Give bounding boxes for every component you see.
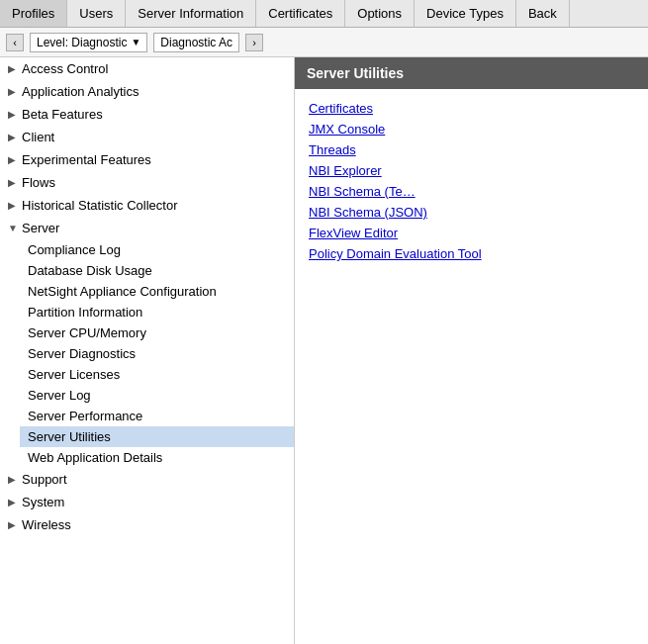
nav-server-information[interactable]: Server Information [126, 0, 256, 27]
link-nbi-schema-json[interactable]: NBI Schema (JSON) [309, 203, 634, 222]
link-flexview-editor[interactable]: FlexView Editor [309, 224, 634, 242]
diagnostic-label: Diagnostic Ac [153, 33, 239, 52]
sidebar: ▶ Access Control ▶ Application Analytics… [0, 57, 295, 644]
sidebar-item-access-control[interactable]: ▶ Access Control [0, 57, 294, 80]
nav-options[interactable]: Options [345, 0, 415, 27]
right-panel-title: Server Utilities [295, 57, 648, 89]
dropdown-arrow-icon: ▼ [131, 37, 140, 47]
expand-icon-support: ▶ [8, 474, 18, 485]
left-arrow-button[interactable]: ‹ [6, 34, 24, 51]
expand-icon-beta-features: ▶ [8, 109, 18, 120]
right-arrow-button[interactable]: › [245, 34, 263, 51]
expand-icon-server: ▼ [8, 223, 18, 233]
nav-certificates[interactable]: Certificates [256, 0, 345, 27]
sidebar-item-server-performance[interactable]: Server Performance [20, 406, 294, 426]
right-panel: Server Utilities Certificates JMX Consol… [295, 57, 648, 644]
expand-icon-client: ▶ [8, 132, 18, 142]
level-dropdown[interactable]: Level: Diagnostic ▼ [30, 33, 147, 52]
sidebar-item-system[interactable]: ▶ System [0, 491, 294, 513]
sidebar-item-web-application-details[interactable]: Web Application Details [20, 447, 294, 468]
expand-icon-application-analytics: ▶ [8, 86, 18, 97]
main-layout: ▶ Access Control ▶ Application Analytics… [0, 57, 648, 644]
link-nbi-explorer[interactable]: NBI Explorer [309, 161, 634, 180]
sidebar-item-server-utilities[interactable]: Server Utilities [20, 426, 294, 447]
sidebar-item-server-cpu-memory[interactable]: Server CPU/Memory [20, 322, 294, 343]
link-policy-domain-evaluation-tool[interactable]: Policy Domain Evaluation Tool [309, 244, 634, 263]
sidebar-item-wireless[interactable]: ▶ Wireless [0, 513, 294, 536]
sidebar-item-experimental-features[interactable]: ▶ Experimental Features [0, 148, 294, 171]
sidebar-item-application-analytics[interactable]: ▶ Application Analytics [0, 80, 294, 103]
expand-icon-experimental-features: ▶ [8, 154, 18, 165]
sidebar-item-server-licenses[interactable]: Server Licenses [20, 364, 294, 385]
right-panel-content: Certificates JMX Console Threads NBI Exp… [295, 89, 648, 273]
sidebar-item-historical-statistic-collector[interactable]: ▶ Historical Statistic Collector [0, 194, 294, 217]
link-certificates[interactable]: Certificates [309, 99, 634, 118]
top-nav: Profiles Users Server Information Certif… [0, 0, 648, 28]
sidebar-item-server-log[interactable]: Server Log [20, 385, 294, 406]
nav-back[interactable]: Back [516, 0, 570, 27]
sidebar-item-support[interactable]: ▶ Support [0, 468, 294, 491]
level-label: Level: Diagnostic [37, 36, 127, 49]
expand-icon-flows: ▶ [8, 177, 18, 188]
sidebar-group-main: ▶ Access Control ▶ Application Analytics… [0, 57, 294, 536]
server-children: Compliance Log Database Disk Usage NetSi… [0, 239, 294, 468]
sidebar-item-flows[interactable]: ▶ Flows [0, 171, 294, 194]
expand-icon-wireless: ▶ [8, 519, 18, 530]
sidebar-item-netsight-appliance-configuration[interactable]: NetSight Appliance Configuration [20, 281, 294, 302]
sidebar-item-server-diagnostics[interactable]: Server Diagnostics [20, 343, 294, 364]
sidebar-item-compliance-log[interactable]: Compliance Log [20, 239, 294, 260]
link-jmx-console[interactable]: JMX Console [309, 120, 634, 138]
nav-users[interactable]: Users [67, 0, 126, 27]
link-nbi-schema-te[interactable]: NBI Schema (Te… [309, 182, 634, 201]
expand-icon-access-control: ▶ [8, 63, 18, 74]
sidebar-item-client[interactable]: ▶ Client [0, 126, 294, 148]
nav-device-types[interactable]: Device Types [415, 0, 516, 27]
sidebar-item-server[interactable]: ▼ Server [0, 217, 294, 239]
expand-icon-historical-statistic-collector: ▶ [8, 200, 18, 211]
expand-icon-system: ▶ [8, 497, 18, 507]
sub-toolbar: ‹ Level: Diagnostic ▼ Diagnostic Ac › [0, 28, 648, 57]
sidebar-item-partition-information[interactable]: Partition Information [20, 302, 294, 322]
link-threads[interactable]: Threads [309, 140, 634, 159]
nav-profiles[interactable]: Profiles [0, 0, 67, 27]
sidebar-item-database-disk-usage[interactable]: Database Disk Usage [20, 260, 294, 281]
sidebar-item-beta-features[interactable]: ▶ Beta Features [0, 103, 294, 126]
